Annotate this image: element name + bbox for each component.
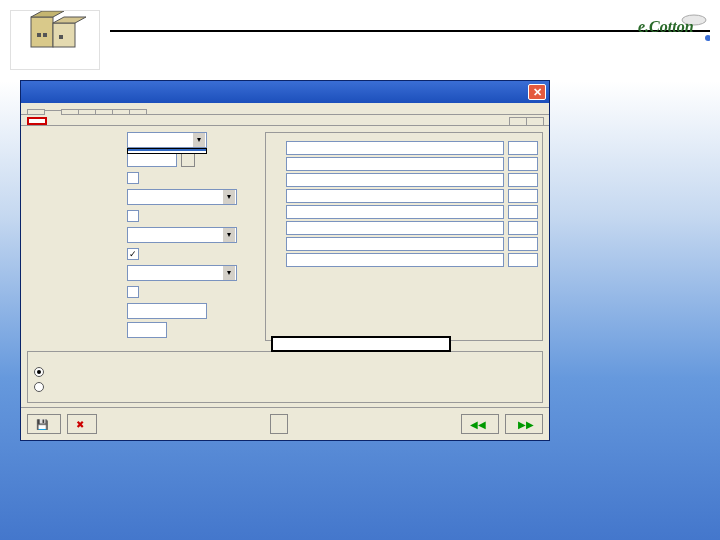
window-body: ✓: [21, 126, 549, 347]
bale-row-3: [270, 173, 538, 187]
bale-len-4[interactable]: [508, 189, 538, 203]
left-column: ✓: [27, 132, 257, 341]
tab-settings[interactable]: [44, 110, 62, 115]
svg-rect-0: [31, 17, 53, 47]
bale-row-1: [270, 141, 538, 155]
cancel-button[interactable]: ✖: [67, 414, 97, 434]
use-vec-checkbox[interactable]: [127, 172, 139, 184]
previous-button[interactable]: ◀◀: [461, 414, 499, 434]
callout-box: [271, 336, 451, 352]
subtab-ccc-form[interactable]: [526, 117, 544, 125]
warehouse-icon: [10, 10, 100, 70]
system-parameters-window: ✕: [20, 80, 550, 441]
bale-len-1[interactable]: [508, 141, 538, 155]
button-bar: 💾 ✖ ◀◀ ▶▶: [21, 407, 549, 440]
bale-len-5[interactable]: [508, 205, 538, 219]
bale-desc-8[interactable]: [286, 253, 504, 267]
split-option-2-radio[interactable]: [34, 382, 44, 392]
close-button[interactable]: ✕: [528, 84, 546, 100]
bale-row-8: [270, 253, 538, 267]
bale-len-8[interactable]: [508, 253, 538, 267]
bale-row-2: [270, 157, 538, 171]
bale-desc-2[interactable]: [286, 157, 504, 171]
tab-bale-codes[interactable]: [95, 109, 113, 114]
bale-len-2[interactable]: [508, 157, 538, 171]
cust-report-checkbox[interactable]: [127, 210, 139, 222]
tab-preferences[interactable]: [61, 109, 79, 114]
svg-rect-6: [59, 35, 63, 39]
ewr-provider-combo[interactable]: [127, 132, 207, 148]
bale-len-3[interactable]: [508, 173, 538, 187]
grower-info-combo[interactable]: [127, 265, 237, 281]
svg-rect-5: [43, 33, 47, 37]
ewr-provider-dropdown: [127, 148, 207, 154]
bale-desc-6[interactable]: [286, 221, 504, 235]
save-icon: 💾: [36, 419, 48, 430]
main-tab-row: [21, 103, 549, 115]
slide-header: e.Cotton: [10, 10, 710, 70]
split-block-group: [27, 351, 543, 403]
next-icon: ▶▶: [518, 419, 534, 430]
save-button[interactable]: 💾: [27, 414, 61, 434]
subtab-ewr[interactable]: [27, 117, 47, 125]
window-titlebar: ✕: [21, 81, 549, 103]
ewr-provider-option-1[interactable]: [128, 151, 206, 153]
bale-location-group: [265, 132, 543, 341]
bale-desc-7[interactable]: [286, 237, 504, 251]
header-divider: [110, 30, 710, 32]
tab-company[interactable]: [27, 109, 45, 114]
svg-text:e.Cotton: e.Cotton: [638, 18, 694, 35]
cancel-icon: ✖: [76, 419, 84, 430]
svg-marker-3: [53, 17, 86, 23]
svg-rect-1: [53, 23, 75, 47]
coop-agent-checkbox[interactable]: [127, 286, 139, 298]
previous-icon: ◀◀: [470, 419, 486, 430]
bale-desc-4[interactable]: [286, 189, 504, 203]
svg-point-9: [705, 35, 710, 41]
bale-desc-5[interactable]: [286, 205, 504, 219]
next-button[interactable]: ▶▶: [505, 414, 543, 434]
report-type-combo[interactable]: [127, 189, 237, 205]
split-option-1-radio[interactable]: [34, 367, 44, 377]
bale-row-7: [270, 237, 538, 251]
tab-locations[interactable]: [78, 109, 96, 114]
bale-row-6: [270, 221, 538, 235]
svg-marker-2: [31, 11, 64, 17]
ecotton-logo: e.Cotton: [634, 12, 710, 42]
bale-len-7[interactable]: [508, 237, 538, 251]
subtab-report-defaults[interactable]: [509, 117, 527, 125]
sub-tab-row: [21, 115, 549, 126]
tab-interface[interactable]: [112, 109, 130, 114]
bale-row-5: [270, 205, 538, 219]
bale-desc-3[interactable]: [286, 173, 504, 187]
bale-len-6[interactable]: [508, 221, 538, 235]
producer-charges-checkbox[interactable]: ✓: [127, 248, 139, 260]
ewr-password-input[interactable]: [127, 303, 207, 319]
tab-blocks[interactable]: [129, 109, 147, 114]
svg-rect-4: [37, 33, 41, 37]
bale-desc-1[interactable]: [286, 141, 504, 155]
files-seq-input[interactable]: [127, 322, 167, 338]
orders-grouped-combo[interactable]: [127, 227, 237, 243]
bale-row-4: [270, 189, 538, 203]
printers-button[interactable]: [270, 414, 288, 434]
